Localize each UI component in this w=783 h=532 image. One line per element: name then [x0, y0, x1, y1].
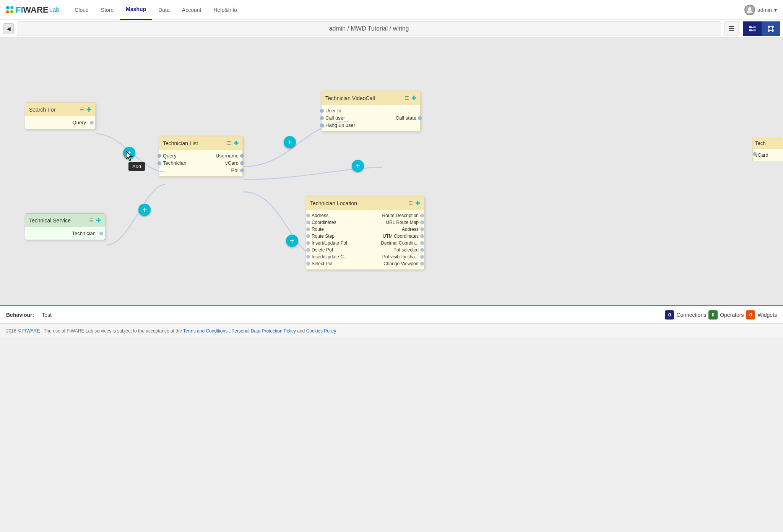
port-vcard-dot[interactable] — [240, 161, 244, 165]
port-calluser-dot[interactable] — [320, 116, 324, 120]
widget-location-body: Address Route Description Coordinates UR… — [306, 210, 424, 269]
add-button-5[interactable]: + — [352, 160, 364, 172]
widget-videocall-menu-icon[interactable]: ☰ — [404, 95, 409, 101]
port-route-desc-dot[interactable] — [420, 214, 424, 217]
widget-technician-list-header: Technician List ☰ ✚ — [159, 136, 242, 150]
port-url-route-out: URL Route Map — [386, 220, 419, 225]
nav-account[interactable]: Account — [176, 0, 208, 20]
port-query-in-dot[interactable] — [158, 154, 161, 158]
widget-location-add-icon[interactable]: ✚ — [415, 200, 420, 207]
port-technician-dot[interactable] — [99, 232, 103, 235]
widget-technician-list-menu-icon[interactable]: ☰ — [227, 140, 231, 146]
port-vcard-label: vCard — [225, 160, 239, 166]
bottom-bar: Behaviour: Test 0 Connections 0 Operator… — [0, 305, 783, 323]
nav-data[interactable]: Data — [152, 0, 176, 20]
nav-cloud[interactable]: Cloud — [68, 0, 95, 20]
logo-dot-2 — [10, 6, 13, 9]
port-poi-dot[interactable] — [240, 169, 244, 172]
port-address-out-dot[interactable] — [420, 227, 424, 231]
add-button-3[interactable]: + — [138, 204, 151, 216]
port-coords-dot[interactable] — [306, 221, 310, 224]
widget-search-for-menu-icon[interactable]: ☰ — [80, 107, 84, 112]
nav-store[interactable]: Store — [95, 0, 120, 20]
port-vcard-in-dot[interactable] — [753, 152, 757, 156]
nav-helpinfo[interactable]: Help&Info — [207, 0, 243, 20]
widget-videocall-body: User Id Call user Call state Hang up use… — [322, 105, 420, 131]
port-url-route-dot[interactable] — [420, 221, 424, 224]
widget-technician-list-body: Query Username Technician vCard — [159, 150, 242, 176]
operators-label: Operators — [720, 312, 744, 318]
port-userid-dot[interactable] — [320, 109, 324, 113]
port-row-routestep: Route Step UTM Coordinates — [312, 233, 419, 240]
hamburger-icon: ☰ — [728, 24, 734, 33]
logo: FI WARE Lab — [6, 5, 59, 15]
port-decimal-dot[interactable] — [420, 241, 424, 245]
svg-point-0 — [748, 7, 751, 10]
port-hangup-dot[interactable] — [320, 123, 324, 127]
widget-search-for-add-icon[interactable]: ✚ — [86, 106, 91, 113]
widget-location-menu-icon[interactable]: ☰ — [408, 200, 413, 206]
widgets-badge-item: 0 Widgets — [746, 310, 777, 320]
port-query-label: Query — [73, 120, 86, 125]
port-poi-visibility-dot[interactable] — [420, 255, 424, 259]
port-poi-selected-dot[interactable] — [420, 248, 424, 252]
widget-technical-service-menu-icon[interactable]: ☰ — [89, 217, 94, 223]
port-insertpoi-dot[interactable] — [306, 241, 310, 245]
port-vcard-in-label: vCard — [755, 152, 768, 158]
back-button[interactable]: ◀ — [3, 23, 14, 34]
port-row-coords: Coordinates URL Route Map — [312, 219, 419, 226]
widget-technical-service-title: Technical Service — [29, 217, 71, 224]
port-insertc-dot[interactable] — [306, 255, 310, 259]
nav-mashup[interactable]: Mashup — [120, 0, 152, 20]
port-query: Query — [29, 118, 91, 127]
widgets-count: 0 — [746, 310, 755, 320]
port-selectpoi-dot[interactable] — [306, 262, 310, 266]
footer-terms-link[interactable]: Terms and Conditions — [183, 328, 227, 334]
footer-cookies-link[interactable]: Cookies Policy — [306, 328, 336, 334]
port-viewport-out: Change Viewport — [383, 261, 419, 266]
widget-partial-body: vCard — [753, 149, 783, 161]
footer-privacy-link[interactable]: Personal Data Protection Policy — [231, 328, 296, 334]
port-callstate-dot[interactable] — [418, 116, 422, 120]
port-technician-in-label: Technician — [163, 160, 186, 166]
admin-label: admin — [757, 7, 772, 13]
footer-fiware-link[interactable]: FIWARE — [22, 328, 40, 334]
port-routestep-dot[interactable] — [306, 234, 310, 238]
hamburger-button[interactable]: ☰ — [724, 21, 739, 36]
grid-view-button[interactable] — [762, 21, 780, 36]
widget-technician-list: Technician List ☰ ✚ Query Username — [159, 136, 243, 177]
widgets-label: Widgets — [757, 312, 777, 318]
port-utm-dot[interactable] — [420, 234, 424, 238]
widget-technician-list-add-icon[interactable]: ✚ — [234, 139, 239, 147]
port-route-dot[interactable] — [306, 227, 310, 231]
svg-rect-3 — [753, 26, 756, 28]
widget-search-for-header: Search For ☰ ✚ — [25, 103, 95, 116]
port-row-query: Query Username — [163, 152, 239, 159]
wiring-canvas[interactable]: Search For ☰ ✚ Query Technical Service ☰… — [0, 37, 783, 305]
port-row-deletepoi: Delete PoI PoI selected — [312, 247, 419, 253]
add-button-4[interactable]: + — [286, 235, 298, 247]
port-hangup-label: Hang up user — [325, 122, 355, 128]
port-row-hangup: Hang up user — [325, 122, 416, 129]
widget-videocall-add-icon[interactable]: ✚ — [411, 94, 416, 102]
widget-technical-service-add-icon[interactable]: ✚ — [96, 217, 101, 224]
wiring-view-button[interactable] — [743, 21, 762, 36]
port-query-dot[interactable] — [90, 121, 94, 125]
port-viewport-dot[interactable] — [420, 262, 424, 266]
svg-point-7 — [768, 26, 770, 28]
port-viewport-label: Change Viewport — [383, 261, 419, 266]
add-button-1[interactable]: + — [123, 147, 135, 159]
port-route-in: Route — [312, 227, 324, 232]
port-username-dot[interactable] — [240, 154, 244, 158]
port-technician-in-dot[interactable] — [158, 161, 161, 165]
port-deletepoi-in: Delete PoI — [312, 247, 333, 253]
add-button-2[interactable]: + — [284, 136, 296, 148]
port-route-desc-out: Route Description — [382, 213, 419, 218]
admin-menu[interactable]: admin ▾ — [744, 5, 777, 15]
port-userid-label: User Id — [325, 108, 341, 114]
port-deletepoi-dot[interactable] — [306, 248, 310, 252]
port-address-in-dot[interactable] — [306, 214, 310, 217]
footer-period: . — [338, 328, 339, 334]
port-poi-selected-label: PoI selected — [393, 247, 419, 253]
badge-group: 0 Connections 0 Operators 0 Widgets — [665, 310, 777, 320]
